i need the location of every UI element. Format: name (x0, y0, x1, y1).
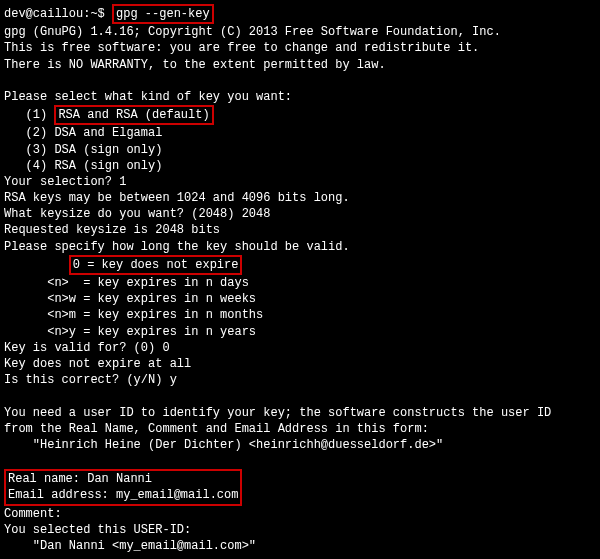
opt0-pre (4, 258, 69, 272)
email-line: Email address: my_email@mail.com (8, 487, 238, 503)
keysize-range: RSA keys may be between 1024 and 4096 bi… (4, 190, 596, 206)
expiry-prompt: Please specify how long the key should b… (4, 239, 596, 255)
userid-need-1: You need a user ID to identify your key;… (4, 405, 596, 421)
opt1-text: RSA and RSA (default) (58, 108, 209, 122)
command-highlight: gpg --gen-key (112, 4, 214, 24)
opt1-highlight: RSA and RSA (default) (54, 105, 213, 125)
userid-highlight: Real name: Dan Nanni Email address: my_e… (4, 469, 242, 505)
prompt-path: :~$ (83, 7, 112, 21)
selected-userid-header: You selected this USER-ID: (4, 522, 596, 538)
real-name-line: Real name: Dan Nanni (8, 471, 238, 487)
key-type-option-3: (3) DSA (sign only) (4, 142, 596, 158)
userid-example: "Heinrich Heine (Der Dichter) <heinrichh… (4, 437, 596, 453)
header-line-2: This is free software: you are free to c… (4, 40, 596, 56)
key-type-prompt: Please select what kind of key you want: (4, 89, 596, 105)
key-type-selection: Your selection? 1 (4, 174, 596, 190)
header-line-1: gpg (GnuPG) 1.4.16; Copyright (C) 2013 F… (4, 24, 596, 40)
expiry-not-expire: Key does not expire at all (4, 356, 596, 372)
expiry-correct: Is this correct? (y/N) y (4, 372, 596, 388)
userid-need-2: from the Real Name, Comment and Email Ad… (4, 421, 596, 437)
blank-line (4, 73, 596, 89)
key-type-option-1: (1) RSA and RSA (default) (4, 105, 596, 125)
blank-line (4, 388, 596, 404)
prompt-user-host: dev@caillou (4, 7, 83, 21)
blank-line (4, 453, 596, 469)
opt0-text: 0 = key does not expire (73, 258, 239, 272)
opt0-highlight: 0 = key does not expire (69, 255, 243, 275)
blank-line (4, 554, 596, 559)
expiry-option-nm: <n>m = key expires in n months (4, 307, 596, 323)
key-type-option-2: (2) DSA and Elgamal (4, 125, 596, 141)
expiry-valid-for: Key is valid for? (0) 0 (4, 340, 596, 356)
expiry-option-n: <n> = key expires in n days (4, 275, 596, 291)
keysize-confirm: Requested keysize is 2048 bits (4, 222, 596, 238)
key-type-option-4: (4) RSA (sign only) (4, 158, 596, 174)
comment-line: Comment: (4, 506, 596, 522)
expiry-option-ny: <n>y = key expires in n years (4, 324, 596, 340)
prompt-line: dev@caillou:~$ gpg --gen-key (4, 4, 596, 24)
selected-userid-value: "Dan Nanni <my_email@mail.com>" (4, 538, 596, 554)
header-line-3: There is NO WARRANTY, to the extent perm… (4, 57, 596, 73)
keysize-ask: What keysize do you want? (2048) 2048 (4, 206, 596, 222)
opt1-num: (1) (4, 108, 54, 122)
userid-input-block: Real name: Dan Nanni Email address: my_e… (4, 469, 242, 505)
expiry-option-0: 0 = key does not expire (4, 255, 596, 275)
command-text: gpg --gen-key (116, 7, 210, 21)
expiry-option-nw: <n>w = key expires in n weeks (4, 291, 596, 307)
